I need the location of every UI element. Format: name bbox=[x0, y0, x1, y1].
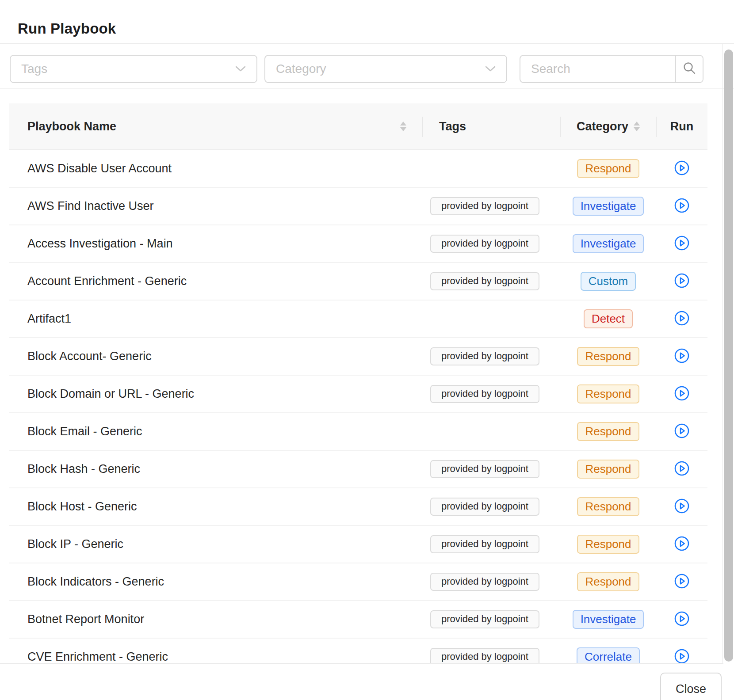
playbook-name-cell: Block IP - Generic bbox=[9, 526, 422, 563]
tags-cell: provided by logpoint bbox=[422, 639, 560, 663]
scrollbar-thumb[interactable] bbox=[724, 49, 733, 662]
run-button[interactable] bbox=[673, 273, 691, 290]
tag-pill: provided by logpoint bbox=[430, 272, 539, 290]
run-cell bbox=[656, 225, 707, 262]
play-icon bbox=[674, 348, 690, 365]
run-button[interactable] bbox=[673, 198, 691, 215]
title-divider bbox=[0, 43, 734, 44]
column-header-run: Run bbox=[656, 103, 707, 149]
play-icon bbox=[674, 498, 690, 515]
category-badge: Custom bbox=[581, 272, 636, 291]
play-icon bbox=[674, 611, 690, 628]
playbook-name: Access Investigation - Main bbox=[27, 237, 173, 251]
column-label: Tags bbox=[439, 120, 466, 133]
tag-pill: provided by logpoint bbox=[430, 610, 539, 628]
tags-cell: provided by logpoint bbox=[422, 338, 560, 375]
tag-pill: provided by logpoint bbox=[430, 347, 539, 365]
column-label: Playbook Name bbox=[27, 120, 116, 133]
close-button[interactable]: Close bbox=[660, 673, 722, 700]
run-button[interactable] bbox=[673, 160, 691, 178]
table-row: Block Indicators - Generic provided by l… bbox=[9, 563, 707, 601]
play-icon bbox=[674, 573, 690, 590]
playbook-name-cell: Botnet Report Monitor bbox=[9, 601, 422, 638]
run-button[interactable] bbox=[673, 310, 691, 328]
table-row: Artifact1 Detect bbox=[9, 301, 707, 338]
category-badge: Investigate bbox=[573, 610, 644, 629]
tags-cell bbox=[422, 301, 560, 337]
category-badge: Respond bbox=[577, 422, 639, 441]
run-cell bbox=[656, 301, 707, 337]
run-cell bbox=[656, 563, 707, 600]
playbook-name: Block Domain or URL - Generic bbox=[27, 387, 194, 401]
tags-filter-dropdown[interactable]: Tags bbox=[10, 55, 257, 83]
run-button[interactable] bbox=[673, 648, 691, 664]
category-cell: Respond bbox=[560, 150, 656, 187]
run-button[interactable] bbox=[673, 348, 691, 365]
table-header: Playbook Name Tags Category Run bbox=[9, 103, 707, 150]
category-badge: Respond bbox=[577, 347, 639, 366]
run-cell bbox=[656, 338, 707, 375]
run-cell bbox=[656, 376, 707, 412]
playbook-name: AWS Find Inactive User bbox=[27, 199, 154, 213]
tags-cell bbox=[422, 150, 560, 187]
run-button[interactable] bbox=[673, 385, 691, 403]
playbook-name: Block Account- Generic bbox=[27, 350, 152, 363]
category-badge: Respond bbox=[577, 159, 639, 178]
category-badge: Respond bbox=[577, 384, 639, 403]
playbook-name-cell: Block Account- Generic bbox=[9, 338, 422, 375]
table-row: Block Hash - Generic provided by logpoin… bbox=[9, 451, 707, 488]
category-cell: Custom bbox=[560, 263, 656, 300]
run-cell bbox=[656, 451, 707, 487]
tag-pill: provided by logpoint bbox=[430, 385, 539, 403]
run-cell bbox=[656, 601, 707, 638]
playbook-name: Block Host - Generic bbox=[27, 500, 137, 514]
run-button[interactable] bbox=[673, 498, 691, 516]
table-row: Access Investigation - Main provided by … bbox=[9, 225, 707, 263]
table-row: AWS Disable User Account Respond bbox=[9, 150, 707, 188]
run-button[interactable] bbox=[673, 536, 691, 553]
run-cell bbox=[656, 639, 707, 663]
play-icon bbox=[674, 385, 690, 403]
tags-cell: provided by logpoint bbox=[422, 263, 560, 300]
tag-pill: provided by logpoint bbox=[430, 460, 539, 478]
category-badge: Detect bbox=[584, 309, 633, 328]
playbook-name: Botnet Report Monitor bbox=[27, 612, 144, 626]
run-cell bbox=[656, 263, 707, 300]
table-row: Block Host - Generic provided by logpoin… bbox=[9, 488, 707, 526]
play-icon bbox=[674, 423, 690, 440]
search-input[interactable] bbox=[520, 56, 675, 82]
column-header-tags: Tags bbox=[422, 103, 560, 149]
search-button[interactable] bbox=[675, 56, 703, 82]
sort-carets-icon[interactable] bbox=[400, 122, 406, 131]
category-cell: Respond bbox=[560, 338, 656, 375]
category-cell: Respond bbox=[560, 563, 656, 600]
playbook-name-cell: Account Enrichment - Generic bbox=[9, 263, 422, 300]
run-button[interactable] bbox=[673, 460, 691, 478]
playbook-name: CVE Enrichment - Generic bbox=[27, 650, 168, 663]
run-button[interactable] bbox=[673, 423, 691, 441]
playbook-name: Artifact1 bbox=[27, 312, 71, 326]
category-badge: Correlate bbox=[577, 647, 640, 663]
category-badge: Investigate bbox=[573, 197, 644, 216]
category-cell: Investigate bbox=[560, 188, 656, 224]
scroll-track-border bbox=[722, 44, 723, 663]
table-row: AWS Find Inactive User provided by logpo… bbox=[9, 188, 707, 225]
table-body: AWS Disable User Account Respond AWS Fin… bbox=[9, 150, 707, 663]
sort-carets-icon[interactable] bbox=[634, 122, 640, 131]
tags-cell: provided by logpoint bbox=[422, 526, 560, 563]
playbook-name-cell: Block Hash - Generic bbox=[9, 451, 422, 487]
run-button[interactable] bbox=[673, 235, 691, 253]
run-button[interactable] bbox=[673, 573, 691, 591]
tags-cell: provided by logpoint bbox=[422, 601, 560, 638]
column-header-category[interactable]: Category bbox=[560, 103, 656, 149]
table-row: Block IP - Generic provided by logpoint … bbox=[9, 526, 707, 563]
play-icon bbox=[674, 460, 690, 478]
playbook-name-cell: Block Host - Generic bbox=[9, 488, 422, 525]
category-badge: Respond bbox=[577, 572, 639, 591]
tags-cell bbox=[422, 413, 560, 450]
play-icon bbox=[674, 198, 690, 215]
playbook-name-cell: AWS Find Inactive User bbox=[9, 188, 422, 224]
category-filter-dropdown[interactable]: Category bbox=[264, 55, 507, 83]
column-header-playbook-name[interactable]: Playbook Name bbox=[9, 103, 422, 149]
run-button[interactable] bbox=[673, 611, 691, 628]
